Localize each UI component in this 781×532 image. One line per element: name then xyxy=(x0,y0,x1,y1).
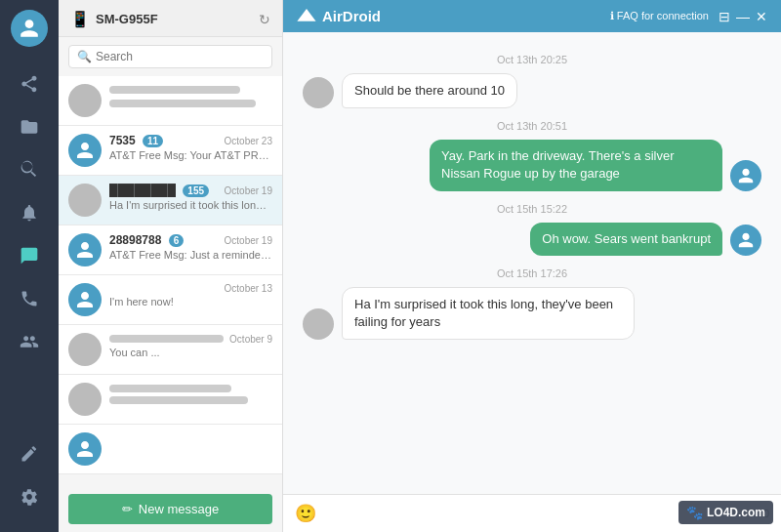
chat-bubble: Should be there around 10 xyxy=(342,73,517,108)
sender-name: 7535 11 xyxy=(109,134,163,147)
nav-icon-search[interactable] xyxy=(12,152,47,187)
nav-icon-bell[interactable] xyxy=(12,195,47,230)
nav-icon-contacts[interactable] xyxy=(12,324,47,359)
list-item[interactable]: October 9 You can ... xyxy=(59,325,282,375)
avatar-right xyxy=(730,225,761,256)
msg-preview: You can ... xyxy=(109,347,272,358)
nav-icon-phone[interactable] xyxy=(12,281,47,316)
avatar xyxy=(68,432,102,466)
search-icon: 🔍 xyxy=(77,50,92,63)
list-item[interactable] xyxy=(59,76,282,126)
chat-panel: AirDroid ℹ FAQ for connection ⊟ — ✕ Oct … xyxy=(283,0,781,532)
msg-date: October 9 xyxy=(229,334,272,345)
chat-bubble-row: Should be there around 10 xyxy=(303,73,761,108)
msg-preview: AT&T Free Msg: Your AT&T PREPA... xyxy=(109,149,272,161)
avatar xyxy=(68,283,102,316)
restore-button[interactable]: — xyxy=(736,10,750,23)
avatar xyxy=(303,77,334,108)
chat-bubble: Ha I'm surprised it took this long, they… xyxy=(342,287,635,340)
msg-list-panel: 📱 SM-G955F ↻ 🔍 xyxy=(59,0,283,532)
nav-icon-settings[interactable] xyxy=(12,479,47,514)
avatar xyxy=(68,184,102,217)
sender-name: ████████ 155 xyxy=(109,184,209,197)
svg-marker-0 xyxy=(297,9,315,21)
msg-preview: I'm here now! xyxy=(109,296,272,307)
avatar xyxy=(68,383,102,416)
avatar xyxy=(68,134,102,167)
chat-bubble-row: Yay. Park in the driveway. There's a sil… xyxy=(303,140,761,190)
msg-date: October 23 xyxy=(225,136,272,146)
date-divider: Oct 13th 20:25 xyxy=(303,54,761,65)
chat-bubble-row: Ha I'm surprised it took this long, they… xyxy=(303,287,761,340)
nav-icon-edit[interactable] xyxy=(12,436,47,471)
msg-list-header: 📱 SM-G955F ↻ xyxy=(59,0,282,37)
avatar-right xyxy=(730,160,761,191)
close-button[interactable]: ✕ xyxy=(756,10,767,23)
emoji-button[interactable]: 🙂 xyxy=(295,503,316,524)
nav-sidebar xyxy=(0,0,59,532)
msg-date: October 19 xyxy=(225,235,272,246)
faq-link[interactable]: ℹ FAQ for connection xyxy=(610,10,709,22)
sender-name: 28898788 6 xyxy=(109,233,184,247)
list-item[interactable] xyxy=(59,425,282,474)
nav-icon-folder[interactable] xyxy=(12,109,47,144)
chat-bubble: Oh wow. Sears went bankrupt xyxy=(530,223,722,256)
list-item[interactable]: 7535 11 October 23 AT&T Free Msg: Your A… xyxy=(59,126,282,176)
device-icon: 📱 xyxy=(70,10,90,28)
avatar xyxy=(68,333,102,366)
msg-preview: AT&T Free Msg: Just a reminder, y... xyxy=(109,249,272,261)
date-divider: Oct 15th 15:22 xyxy=(303,203,761,215)
minimize-button[interactable]: ⊟ xyxy=(719,10,730,23)
airdroid-logo: AirDroid xyxy=(297,8,381,24)
list-item[interactable]: ████████ 155 October 19 Ha I'm surprised… xyxy=(59,176,282,225)
nav-icon-share[interactable] xyxy=(12,66,47,102)
msg-date: October 13 xyxy=(225,283,272,294)
refresh-icon[interactable]: ↻ xyxy=(259,12,270,27)
lo4d-watermark: 🐾 LO4D.com xyxy=(678,501,773,524)
list-item[interactable]: 28898788 6 October 19 AT&T Free Msg: Jus… xyxy=(59,225,282,275)
date-divider: Oct 15th 17:26 xyxy=(303,267,761,279)
msg-preview: Ha I'm surprised it took this long, th..… xyxy=(109,199,272,211)
avatar xyxy=(68,233,102,266)
chat-bubble: Yay. Park in the driveway. There's a sil… xyxy=(430,140,722,190)
avatar xyxy=(303,308,334,340)
msg-date: October 19 xyxy=(225,185,272,196)
date-divider: Oct 13th 20:51 xyxy=(303,120,761,132)
chat-header: AirDroid ℹ FAQ for connection ⊟ — ✕ xyxy=(283,0,781,32)
msg-list-items: 7535 11 October 23 AT&T Free Msg: Your A… xyxy=(59,76,282,486)
search-input[interactable] xyxy=(96,50,264,63)
new-message-icon: ✏ xyxy=(122,502,133,516)
search-box[interactable]: 🔍 xyxy=(68,45,272,68)
device-name: SM-G955F xyxy=(96,12,158,26)
list-item[interactable] xyxy=(59,375,282,425)
new-message-button[interactable]: ✏ New message xyxy=(68,494,272,524)
chat-messages: Oct 13th 20:25 Should be there around 10… xyxy=(283,32,781,494)
nav-avatar[interactable] xyxy=(11,10,48,47)
list-item[interactable]: October 13 I'm here now! xyxy=(59,275,282,325)
avatar xyxy=(68,84,102,117)
chat-bubble-row: Oh wow. Sears went bankrupt xyxy=(303,223,761,256)
nav-icon-message[interactable] xyxy=(12,238,47,273)
